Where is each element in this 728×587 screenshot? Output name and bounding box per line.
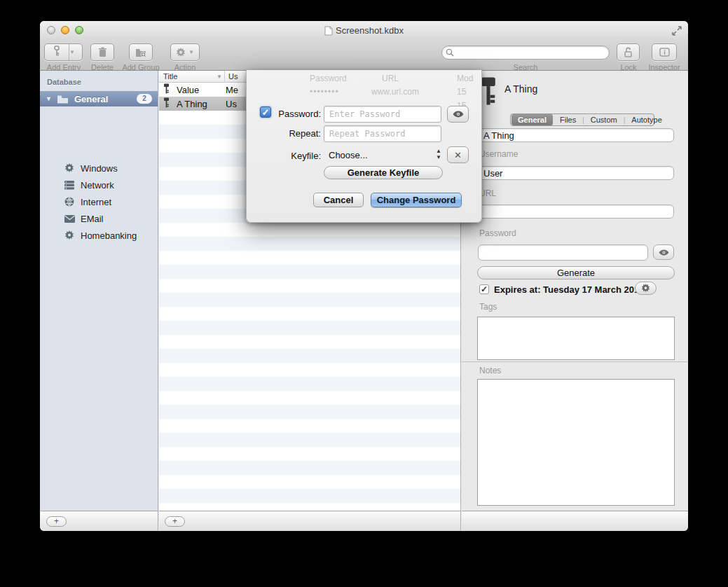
ghost-url-value: www.url.com [371, 87, 419, 97]
expires-options-button[interactable] [635, 282, 657, 295]
disclosure-triangle-icon[interactable]: ▼ [46, 95, 52, 102]
dialog-repeat-label: Repeat: [272, 128, 321, 139]
repeat-password-input[interactable] [324, 125, 441, 142]
gear-icon [64, 230, 75, 240]
key-icon [163, 97, 170, 110]
eye-icon [453, 111, 464, 118]
ghost-column-url: URL [382, 74, 399, 83]
username-field[interactable] [478, 166, 674, 180]
column-header-username[interactable]: Us [228, 72, 238, 81]
change-password-sheet: Password URL Mod •••••••• www.url.com 15… [246, 70, 482, 223]
title-field[interactable] [478, 128, 674, 142]
window-title: Screenshot.kdbx [40, 25, 688, 36]
column-header-title[interactable]: Title [163, 72, 177, 81]
add-group-button[interactable] [129, 43, 153, 61]
keyfile-popup[interactable]: Choose... [329, 150, 368, 160]
notes-textarea[interactable] [477, 379, 675, 506]
delete-button[interactable] [90, 43, 114, 61]
add-entry-button[interactable]: ▼ [44, 43, 83, 61]
lock-button[interactable] [617, 43, 640, 61]
url-field[interactable] [478, 205, 674, 219]
new-password-input[interactable] [324, 106, 441, 123]
key-icon [45, 46, 69, 59]
sidebar-group-label: General [74, 94, 108, 104]
dialog-keyfile-label: Keyfile: [272, 151, 321, 161]
username-label: Username [479, 149, 518, 159]
password-checkbox[interactable]: ✓ [260, 106, 271, 118]
server-icon [64, 181, 75, 190]
change-password-button[interactable]: Change Password [371, 193, 462, 207]
inspector-footer [462, 511, 688, 531]
ghost-column-password: Password [310, 74, 347, 83]
sidebar-footer: + [40, 511, 158, 531]
inspector-panel: A Thing General Files | Custom | Autotyp… [462, 71, 688, 511]
eye-icon [659, 249, 669, 256]
info-icon [659, 48, 670, 57]
tab-files[interactable]: Files [554, 114, 582, 125]
reveal-password-button[interactable] [653, 244, 674, 260]
sidebar-item-label: Windows [81, 163, 118, 174]
gear-icon [64, 163, 75, 173]
tab-autotype[interactable]: Autotype [625, 114, 668, 125]
folder-icon [57, 95, 69, 104]
expires-label: Expires at: Tuesday 17 March 2015 [494, 284, 644, 295]
dialog-password-label: Password: [272, 109, 321, 119]
chevron-down-icon[interactable]: ▼ [69, 49, 82, 55]
sort-indicator-icon: ▼ [217, 74, 222, 80]
entry-username: Me [226, 85, 238, 95]
globe-icon [64, 197, 75, 207]
password-field[interactable] [478, 244, 648, 261]
entry-list-footer: + [159, 511, 461, 531]
inspector-button[interactable] [652, 43, 677, 61]
password-label: Password [479, 228, 516, 238]
generate-keyfile-button[interactable]: Generate Keyfile [324, 166, 443, 179]
inspector-tabbar: General Files | Custom | Autotype [510, 113, 654, 126]
action-button[interactable]: ▼ [170, 43, 200, 61]
gear-icon [641, 284, 650, 293]
sidebar-item-network[interactable]: Network [40, 177, 158, 193]
sidebar: Database ▼ General 2 Windows Network Int… [40, 71, 158, 511]
tab-custom[interactable]: Custom [584, 114, 624, 125]
sidebar-item-label: Internet [81, 197, 111, 207]
sidebar-section-header: Database [47, 78, 81, 86]
entry-title: Value [177, 85, 220, 95]
folder-plus-icon [135, 48, 146, 57]
column-divider[interactable] [224, 71, 225, 83]
section-divider [462, 361, 688, 362]
fullscreen-icon[interactable] [671, 25, 682, 36]
key-icon [163, 83, 170, 96]
entry-title: A Thing [177, 99, 220, 109]
chevron-down-icon: ▼ [188, 49, 194, 55]
titlebar: Screenshot.kdbx [40, 21, 688, 40]
clear-keyfile-button[interactable]: ✕ [447, 146, 469, 163]
sidebar-item-homebanking[interactable]: Homebanking [40, 227, 158, 244]
ghost-password-dots: •••••••• [310, 87, 339, 97]
reveal-password-button[interactable] [447, 106, 469, 123]
gear-icon [176, 48, 186, 57]
add-group-footer-button[interactable]: + [46, 516, 67, 527]
stepper-icon[interactable]: ▲▼ [436, 148, 441, 160]
expires-row: ✓ Expires at: Tuesday 17 March 2015 [479, 282, 644, 296]
entry-username: Us [226, 99, 237, 109]
group-count-badge: 2 [137, 94, 152, 104]
expires-checkbox[interactable]: ✓ [479, 284, 489, 294]
cancel-button[interactable]: Cancel [313, 193, 364, 207]
sidebar-item-label: Network [81, 180, 114, 191]
generate-password-button[interactable]: Generate [477, 266, 675, 279]
toolbar: ▼ Add Entry Delete Add Group ▼ Action Se… [40, 40, 688, 71]
sidebar-item-label: Homebanking [81, 230, 137, 241]
sidebar-group-general[interactable]: ▼ General 2 [40, 91, 158, 106]
add-entry-footer-button[interactable]: + [165, 516, 185, 527]
document-icon [324, 26, 333, 36]
ghost-column-mod: Mod [457, 74, 473, 83]
tab-general[interactable]: General [511, 114, 553, 125]
sidebar-item-email[interactable]: EMail [40, 210, 158, 227]
trash-icon [98, 47, 107, 57]
search-input[interactable] [441, 46, 610, 60]
search-icon [446, 48, 454, 57]
tags-textarea[interactable] [477, 317, 675, 360]
sidebar-item-windows[interactable]: Windows [40, 160, 158, 177]
ghost-mod-value: 15 [457, 87, 466, 97]
sidebar-item-internet[interactable]: Internet [40, 193, 158, 210]
notes-label: Notes [479, 366, 501, 375]
